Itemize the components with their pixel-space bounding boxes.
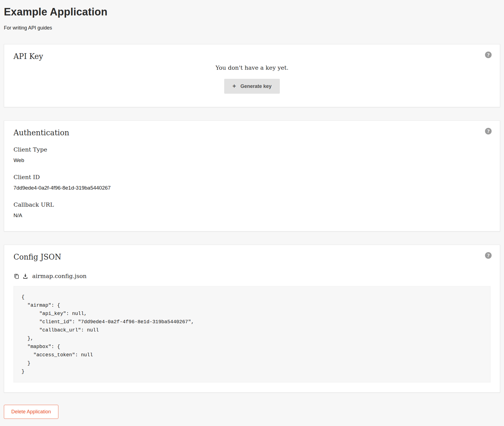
help-icon[interactable]: ? [485,252,492,259]
plus-icon: + [232,83,236,89]
client-id-label: Client ID [13,174,491,180]
config-file-name: airmap.config.json [32,273,86,279]
config-json-card-title: Config JSON [13,253,491,261]
client-type-field: Client Type Web [13,146,491,163]
delete-application-button[interactable]: Delete Application [4,405,58,419]
api-key-empty-message: You don't have a key yet. [216,64,289,71]
download-icon[interactable] [22,273,28,279]
client-id-value: 7dd9ede4-0a2f-4f96-8e1d-319ba5440267 [13,185,491,191]
config-json-card: Config JSON ? airmap.config.json { "airm… [4,245,500,393]
spacer [13,219,491,221]
config-file-row: airmap.config.json [13,273,491,279]
api-key-card-title: API Key [13,52,491,61]
client-type-value: Web [13,157,491,163]
authentication-card-title: Authentication [13,128,491,137]
client-type-label: Client Type [13,146,491,153]
callback-url-value: N/A [13,212,491,219]
generate-key-button[interactable]: + Generate key [224,79,280,94]
generate-key-button-label: Generate key [240,83,272,89]
authentication-card: Authentication ? Client Type Web Client … [4,120,500,231]
config-json-code: { "airmap": { "api_key": null, "client_i… [13,286,491,382]
help-icon[interactable]: ? [485,52,492,58]
callback-url-field: Callback URL N/A [13,201,491,219]
page-title: Example Application [4,6,500,18]
client-id-field: Client ID 7dd9ede4-0a2f-4f96-8e1d-319ba5… [13,174,491,191]
api-key-card: API Key ? You don't have a key yet. + Ge… [4,44,500,107]
api-key-card-body: You don't have a key yet. + Generate key [13,61,491,97]
copy-icon[interactable] [13,273,20,279]
callback-url-label: Callback URL [13,201,491,208]
help-icon[interactable]: ? [485,128,492,134]
page-subtitle: For writing API guides [4,25,500,31]
